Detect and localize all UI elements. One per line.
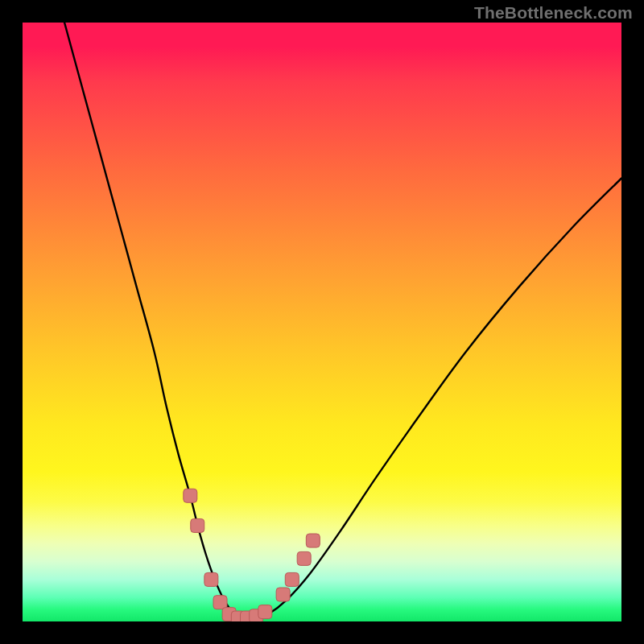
chart-marker bbox=[276, 588, 290, 601]
chart-marker bbox=[258, 605, 272, 619]
chart-marker bbox=[204, 572, 218, 586]
chart-markers bbox=[184, 489, 320, 621]
chart-marker bbox=[306, 534, 320, 547]
chart-frame: TheBottleneck.com bbox=[0, 0, 644, 644]
chart-plot-area bbox=[23, 23, 621, 621]
chart-marker bbox=[184, 489, 197, 502]
bottleneck-curve bbox=[64, 23, 621, 619]
watermark-text: TheBottleneck.com bbox=[474, 3, 633, 23]
chart-marker bbox=[285, 572, 299, 586]
chart-marker bbox=[297, 551, 311, 565]
chart-svg bbox=[23, 23, 621, 621]
chart-marker bbox=[191, 518, 204, 532]
